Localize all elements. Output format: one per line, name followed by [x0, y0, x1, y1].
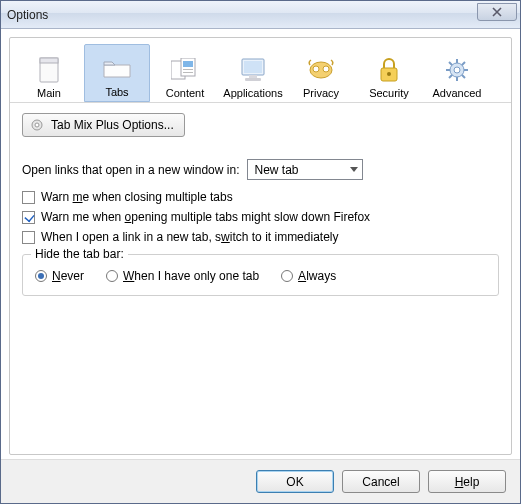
window-icon: [34, 55, 64, 85]
close-button[interactable]: [477, 3, 517, 21]
svg-point-17: [454, 67, 460, 73]
ok-button[interactable]: OK: [256, 470, 334, 493]
checkbox[interactable]: [22, 231, 35, 244]
options-window: Options Main Tabs Cont: [0, 0, 521, 504]
tab-security[interactable]: Security: [356, 44, 422, 102]
content-icon: [170, 55, 200, 85]
tab-mix-plus-button[interactable]: Tab Mix Plus Options...: [22, 113, 185, 137]
open-links-combo[interactable]: New tab: [247, 159, 363, 180]
svg-point-13: [323, 66, 329, 72]
svg-line-25: [449, 75, 452, 78]
radio-label: Never: [52, 269, 84, 283]
radio-only-one-tab[interactable]: When I have only one tab: [106, 269, 259, 283]
gear-small-icon: [29, 117, 45, 133]
dialog-body: Main Tabs Content Applications: [9, 37, 512, 455]
tab-tabs[interactable]: Tabs: [84, 44, 150, 102]
svg-line-23: [462, 75, 465, 78]
svg-rect-10: [245, 78, 261, 81]
warn-closing-checkbox-row[interactable]: Warn me when closing multiple tabs: [22, 190, 499, 204]
svg-rect-6: [183, 72, 193, 73]
tab-advanced[interactable]: Advanced: [424, 44, 490, 102]
tab-label: Advanced: [433, 87, 482, 99]
radio-always[interactable]: Always: [281, 269, 336, 283]
svg-line-22: [449, 62, 452, 65]
open-links-label: Open links that open in a new window in:: [22, 163, 239, 177]
warn-opening-checkbox-row[interactable]: Warn me when opening multiple tabs might…: [22, 210, 499, 224]
checkbox[interactable]: [22, 211, 35, 224]
svg-rect-4: [183, 61, 193, 67]
gear-icon: [442, 55, 472, 85]
chevron-down-icon: [350, 167, 358, 172]
svg-line-24: [462, 62, 465, 65]
switch-immediately-checkbox-row[interactable]: When I open a link in a new tab, switch …: [22, 230, 499, 244]
button-label: Tab Mix Plus Options...: [51, 118, 174, 132]
svg-point-27: [35, 123, 39, 127]
svg-rect-8: [244, 61, 262, 73]
window-title: Options: [7, 8, 48, 22]
radio-label: Always: [298, 269, 336, 283]
radio-label: When I have only one tab: [123, 269, 259, 283]
tab-label: Content: [166, 87, 205, 99]
lock-icon: [374, 55, 404, 85]
tab-label: Main: [37, 87, 61, 99]
help-button[interactable]: Help: [428, 470, 506, 493]
checkbox-label: Warn me when opening multiple tabs might…: [41, 210, 370, 224]
radio[interactable]: [106, 270, 118, 282]
close-icon: [492, 7, 502, 17]
titlebar[interactable]: Options: [1, 1, 520, 29]
tab-label: Tabs: [105, 86, 128, 98]
tab-privacy[interactable]: Privacy: [288, 44, 354, 102]
tab-label: Applications: [223, 87, 282, 99]
category-tabbar: Main Tabs Content Applications: [10, 38, 511, 102]
button-label: Cancel: [362, 475, 399, 489]
tab-label: Security: [369, 87, 409, 99]
radio-row: Never When I have only one tab Always: [35, 269, 486, 283]
tab-applications[interactable]: Applications: [220, 44, 286, 102]
checkbox[interactable]: [22, 191, 35, 204]
radio-never[interactable]: Never: [35, 269, 84, 283]
svg-rect-5: [183, 69, 193, 70]
group-legend: Hide the tab bar:: [31, 247, 128, 261]
combo-value: New tab: [254, 163, 298, 177]
radio[interactable]: [281, 270, 293, 282]
cancel-button[interactable]: Cancel: [342, 470, 420, 493]
radio[interactable]: [35, 270, 47, 282]
open-links-row: Open links that open in a new window in:…: [22, 159, 499, 180]
tab-content[interactable]: Content: [152, 44, 218, 102]
svg-rect-1: [40, 58, 58, 63]
button-label: Help: [455, 475, 480, 489]
checkbox-label: Warn me when closing multiple tabs: [41, 190, 233, 204]
hide-tabbar-group: Hide the tab bar: Never When I have only…: [22, 254, 499, 296]
tabs-panel: Tab Mix Plus Options... Open links that …: [10, 102, 511, 306]
svg-point-12: [313, 66, 319, 72]
tab-label: Privacy: [303, 87, 339, 99]
dialog-footer: OK Cancel Help: [1, 459, 520, 503]
mask-icon: [306, 55, 336, 85]
tab-main[interactable]: Main: [16, 44, 82, 102]
checkbox-label: When I open a link in a new tab, switch …: [41, 230, 338, 244]
applications-icon: [238, 55, 268, 85]
button-label: OK: [286, 475, 303, 489]
svg-rect-9: [249, 75, 257, 78]
folder-icon: [102, 54, 132, 84]
svg-point-15: [387, 72, 391, 76]
